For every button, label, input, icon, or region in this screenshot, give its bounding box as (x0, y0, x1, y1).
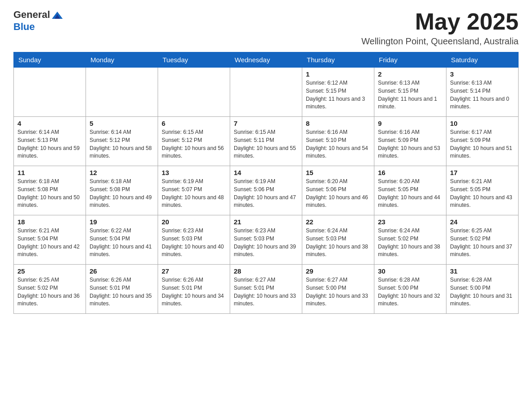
day-info: Sunrise: 6:14 AMSunset: 5:13 PMDaylight:… (17, 128, 82, 160)
day-number: 5 (90, 120, 154, 127)
day-info: Sunrise: 6:27 AMSunset: 5:01 PMDaylight:… (234, 276, 298, 308)
day-number: 28 (234, 267, 298, 275)
day-info: Sunrise: 6:13 AMSunset: 5:14 PMDaylight:… (450, 79, 515, 111)
calendar-cell: 21Sunrise: 6:23 AMSunset: 5:03 PMDayligh… (230, 215, 302, 265)
calendar-cell: 1Sunrise: 6:12 AMSunset: 5:15 PMDaylight… (302, 68, 374, 117)
calendar-cell: 22Sunrise: 6:24 AMSunset: 5:03 PMDayligh… (302, 215, 374, 265)
day-info: Sunrise: 6:13 AMSunset: 5:15 PMDaylight:… (378, 79, 442, 111)
day-number: 24 (450, 218, 515, 226)
calendar-cell: 12Sunrise: 6:18 AMSunset: 5:08 PMDayligh… (86, 166, 158, 215)
calendar-cell: 18Sunrise: 6:21 AMSunset: 5:04 PMDayligh… (14, 215, 86, 265)
day-number: 21 (234, 218, 298, 226)
day-info: Sunrise: 6:25 AMSunset: 5:02 PMDaylight:… (450, 227, 515, 259)
day-number: 27 (162, 267, 226, 275)
day-number: 8 (306, 120, 370, 127)
day-number: 2 (378, 70, 442, 78)
day-info: Sunrise: 6:21 AMSunset: 5:05 PMDaylight:… (450, 178, 515, 210)
day-info: Sunrise: 6:21 AMSunset: 5:04 PMDaylight:… (17, 227, 82, 259)
day-info: Sunrise: 6:24 AMSunset: 5:03 PMDaylight:… (306, 227, 370, 259)
calendar-cell: 13Sunrise: 6:19 AMSunset: 5:07 PMDayligh… (158, 166, 230, 215)
day-info: Sunrise: 6:17 AMSunset: 5:09 PMDaylight:… (450, 128, 515, 160)
day-info: Sunrise: 6:27 AMSunset: 5:00 PMDaylight:… (306, 276, 370, 308)
weekday-header-monday: Monday (86, 52, 158, 68)
day-number: 7 (234, 120, 298, 127)
day-number: 19 (90, 218, 154, 226)
calendar-cell: 2Sunrise: 6:13 AMSunset: 5:15 PMDaylight… (374, 68, 446, 117)
calendar-cell: 30Sunrise: 6:28 AMSunset: 5:00 PMDayligh… (374, 265, 446, 314)
weekday-header-sunday: Sunday (14, 52, 86, 68)
day-number: 1 (306, 70, 370, 78)
day-number: 18 (17, 218, 82, 226)
logo: General Blue (13, 9, 64, 32)
day-info: Sunrise: 6:19 AMSunset: 5:07 PMDaylight:… (162, 178, 226, 210)
weekday-header-saturday: Saturday (446, 52, 519, 68)
week-row-1: 1Sunrise: 6:12 AMSunset: 5:15 PMDaylight… (14, 68, 519, 117)
day-info: Sunrise: 6:22 AMSunset: 5:04 PMDaylight:… (90, 227, 154, 259)
calendar-cell (14, 68, 86, 117)
calendar-cell: 20Sunrise: 6:23 AMSunset: 5:03 PMDayligh… (158, 215, 230, 265)
calendar-cell: 4Sunrise: 6:14 AMSunset: 5:13 PMDaylight… (14, 117, 86, 166)
day-number: 23 (378, 218, 442, 226)
week-row-5: 25Sunrise: 6:25 AMSunset: 5:02 PMDayligh… (14, 265, 519, 314)
day-info: Sunrise: 6:15 AMSunset: 5:11 PMDaylight:… (234, 128, 298, 160)
calendar-cell: 31Sunrise: 6:28 AMSunset: 5:00 PMDayligh… (446, 265, 519, 314)
weekday-header-wednesday: Wednesday (230, 52, 302, 68)
week-row-2: 4Sunrise: 6:14 AMSunset: 5:13 PMDaylight… (14, 117, 519, 166)
day-number: 16 (378, 169, 442, 176)
day-info: Sunrise: 6:16 AMSunset: 5:09 PMDaylight:… (378, 128, 442, 160)
calendar-cell: 14Sunrise: 6:19 AMSunset: 5:06 PMDayligh… (230, 166, 302, 215)
weekday-header-row: SundayMondayTuesdayWednesdayThursdayFrid… (14, 52, 519, 68)
day-info: Sunrise: 6:23 AMSunset: 5:03 PMDaylight:… (162, 227, 226, 259)
calendar-cell (230, 68, 302, 117)
day-info: Sunrise: 6:18 AMSunset: 5:08 PMDaylight:… (17, 178, 82, 210)
day-info: Sunrise: 6:20 AMSunset: 5:05 PMDaylight:… (378, 178, 442, 210)
week-row-3: 11Sunrise: 6:18 AMSunset: 5:08 PMDayligh… (14, 166, 519, 215)
logo-blue-text: Blue (13, 21, 64, 32)
calendar-cell (158, 68, 230, 117)
logo-icon (51, 9, 64, 21)
calendar-cell: 7Sunrise: 6:15 AMSunset: 5:11 PMDaylight… (230, 117, 302, 166)
day-info: Sunrise: 6:25 AMSunset: 5:02 PMDaylight:… (17, 276, 82, 308)
day-number: 13 (162, 169, 226, 176)
header: General Blue May 2025 Wellington Point, … (13, 9, 519, 47)
day-number: 4 (17, 120, 82, 127)
day-info: Sunrise: 6:23 AMSunset: 5:03 PMDaylight:… (234, 227, 298, 259)
calendar-cell: 15Sunrise: 6:20 AMSunset: 5:06 PMDayligh… (302, 166, 374, 215)
day-info: Sunrise: 6:26 AMSunset: 5:01 PMDaylight:… (162, 276, 226, 308)
calendar-cell: 23Sunrise: 6:24 AMSunset: 5:02 PMDayligh… (374, 215, 446, 265)
title-area: May 2025 Wellington Point, Queensland, A… (361, 9, 519, 47)
day-number: 30 (378, 267, 442, 275)
weekday-header-thursday: Thursday (302, 52, 374, 68)
calendar-cell: 17Sunrise: 6:21 AMSunset: 5:05 PMDayligh… (446, 166, 519, 215)
day-number: 22 (306, 218, 370, 226)
day-number: 12 (90, 169, 154, 176)
calendar-cell: 8Sunrise: 6:16 AMSunset: 5:10 PMDaylight… (302, 117, 374, 166)
week-row-4: 18Sunrise: 6:21 AMSunset: 5:04 PMDayligh… (14, 215, 519, 265)
calendar-cell: 29Sunrise: 6:27 AMSunset: 5:00 PMDayligh… (302, 265, 374, 314)
day-number: 17 (450, 169, 515, 176)
day-info: Sunrise: 6:20 AMSunset: 5:06 PMDaylight:… (306, 178, 370, 210)
day-number: 14 (234, 169, 298, 176)
location-title: Wellington Point, Queensland, Australia (361, 36, 519, 47)
day-number: 6 (162, 120, 226, 127)
day-info: Sunrise: 6:28 AMSunset: 5:00 PMDaylight:… (450, 276, 515, 308)
day-number: 20 (162, 218, 226, 226)
calendar-table: SundayMondayTuesdayWednesdayThursdayFrid… (13, 52, 519, 314)
day-info: Sunrise: 6:26 AMSunset: 5:01 PMDaylight:… (90, 276, 154, 308)
day-info: Sunrise: 6:14 AMSunset: 5:12 PMDaylight:… (90, 128, 154, 160)
day-info: Sunrise: 6:16 AMSunset: 5:10 PMDaylight:… (306, 128, 370, 160)
calendar-cell: 26Sunrise: 6:26 AMSunset: 5:01 PMDayligh… (86, 265, 158, 314)
calendar-cell: 24Sunrise: 6:25 AMSunset: 5:02 PMDayligh… (446, 215, 519, 265)
weekday-header-tuesday: Tuesday (158, 52, 230, 68)
day-number: 3 (450, 70, 515, 78)
day-info: Sunrise: 6:24 AMSunset: 5:02 PMDaylight:… (378, 227, 442, 259)
logo-text: General (13, 9, 64, 21)
day-info: Sunrise: 6:28 AMSunset: 5:00 PMDaylight:… (378, 276, 442, 308)
day-info: Sunrise: 6:12 AMSunset: 5:15 PMDaylight:… (306, 79, 370, 111)
day-number: 26 (90, 267, 154, 275)
day-number: 10 (450, 120, 515, 127)
calendar-cell: 19Sunrise: 6:22 AMSunset: 5:04 PMDayligh… (86, 215, 158, 265)
day-number: 25 (17, 267, 82, 275)
day-number: 29 (306, 267, 370, 275)
weekday-header-friday: Friday (374, 52, 446, 68)
